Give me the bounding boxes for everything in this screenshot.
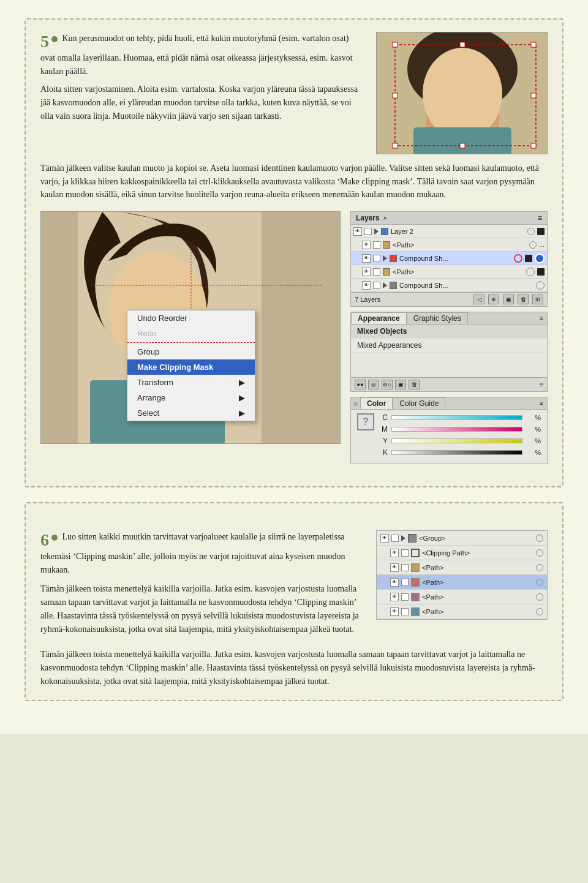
- color-pct-y: %: [526, 437, 541, 445]
- path1-circle: [529, 241, 537, 249]
- color-l6path2: [411, 578, 420, 587]
- expand-layer2[interactable]: [374, 228, 379, 235]
- layers-title: Layers: [356, 214, 380, 222]
- ctx-arrange[interactable]: Arrange ▶: [127, 390, 255, 405]
- ctx-select[interactable]: Select ▶: [127, 405, 255, 421]
- context-menu: Undo Reorder Redo Group Make Clipping Ma…: [127, 310, 255, 421]
- ctx-redo: Redo: [127, 326, 255, 341]
- layer-row-compound1: 👁 Compound Sh...: [351, 252, 547, 265]
- compound1-square: [525, 255, 532, 262]
- ctx-make-clipping[interactable]: Make Clipping Mask: [127, 359, 255, 375]
- tab-graphic-styles[interactable]: Graphic Styles: [407, 312, 468, 324]
- color-label-m: M: [379, 425, 388, 434]
- layers-titlebar: Layers × ≡: [351, 212, 547, 225]
- app-btn-ring[interactable]: ⊕○: [382, 380, 393, 389]
- eye-group[interactable]: 👁: [380, 534, 389, 543]
- l6path1-name: <Path>: [422, 564, 533, 571]
- color-slider-k[interactable]: [391, 450, 522, 455]
- ctx-transform[interactable]: Transform ▶: [127, 375, 255, 390]
- step6-dot: [51, 535, 58, 541]
- expand-compound2[interactable]: [383, 282, 387, 288]
- color-label-y: Y: [379, 437, 388, 445]
- lock-l6path1: [401, 564, 409, 571]
- color-clipping: [411, 549, 420, 557]
- group-circle: [536, 535, 543, 542]
- svg-rect-10: [531, 143, 536, 148]
- lock-icon-layer2: [364, 228, 372, 235]
- appearance-menu[interactable]: ≡: [536, 315, 547, 321]
- step5-heading: 5 Kun perusmuodot on tehty, pidä huoli, …: [40, 32, 364, 78]
- ctx-group[interactable]: Group: [127, 344, 255, 359]
- eye-l6path2[interactable]: 👁: [390, 578, 399, 587]
- ctx-undo[interactable]: Undo Reorder: [127, 310, 255, 326]
- step5-para1: Kun perusmuodot on tehty, pidä huoli, et…: [40, 34, 353, 76]
- color-row-c: C %: [379, 413, 541, 422]
- lock-compound1: [373, 255, 380, 262]
- l6path3-circle: [536, 593, 543, 601]
- step5-para3: Tämän jälkeen valitse kaulan muoto ja ko…: [40, 162, 548, 201]
- path2-square: [537, 268, 545, 276]
- appearance-mixed-objects: Mixed Objects: [351, 325, 547, 339]
- color-pct-c: %: [526, 414, 541, 421]
- eye-l6path1[interactable]: 👁: [390, 563, 399, 572]
- section6-layers: 👁 <Group> 👁 <Clipping Path>: [376, 530, 548, 641]
- layers-close[interactable]: ×: [383, 215, 387, 222]
- eye-clipping[interactable]: 👁: [390, 549, 399, 557]
- tab-color[interactable]: Color: [360, 397, 393, 409]
- color-menu[interactable]: ≡: [536, 400, 547, 407]
- app-menu[interactable]: ≡: [540, 381, 543, 388]
- ctx-select-arrow: ▶: [239, 408, 245, 418]
- path1-name: <Path>: [393, 241, 527, 249]
- layer-row-layer2: 👁 Layer 2: [351, 225, 547, 238]
- color-compound2: [390, 282, 397, 289]
- color-slider-m[interactable]: [391, 427, 522, 432]
- layers-footer: 7 Layers ◁ ⊕ ▣ 🗑 ⊞: [351, 292, 547, 306]
- step6-heading: 6 Luo sitten kaikki muutkin tarvittavat …: [40, 530, 364, 576]
- ctx-arrange-arrow: ▶: [239, 393, 245, 402]
- eye-icon-compound1[interactable]: 👁: [362, 254, 371, 263]
- ctx-separator: [127, 342, 255, 343]
- app-btn-fx[interactable]: ●●: [355, 380, 366, 389]
- lock-clipping: [401, 549, 409, 557]
- layers-btn-add[interactable]: ⊕: [488, 295, 499, 304]
- eye-icon-path2[interactable]: 👁: [362, 268, 371, 276]
- color-slider-y[interactable]: [391, 438, 522, 443]
- eye-icon-layer2[interactable]: 👁: [353, 227, 362, 236]
- expand-group[interactable]: [401, 535, 405, 541]
- color-slider-c[interactable]: [391, 415, 522, 420]
- color-layer2: [381, 228, 388, 235]
- layers-menu-icon[interactable]: ≡: [538, 214, 542, 222]
- app-btn-grid[interactable]: ▣: [395, 380, 406, 389]
- svg-rect-4: [413, 127, 511, 154]
- tab-color-guide[interactable]: Color Guide: [393, 397, 445, 409]
- compound2-circle: [536, 281, 545, 290]
- l6path3-name: <Path>: [422, 593, 533, 601]
- layers-btn-grid[interactable]: ▣: [503, 295, 514, 304]
- layer2-circle: [527, 228, 535, 235]
- expand-compound1[interactable]: [383, 255, 387, 261]
- eye-icon-path1[interactable]: 👁: [362, 241, 371, 249]
- app-btn-trash[interactable]: 🗑: [409, 380, 420, 389]
- color-compound1: [390, 255, 397, 262]
- color-l6path1: [411, 563, 420, 572]
- layers-btn-more[interactable]: ⊞: [532, 295, 543, 304]
- path1-dot[interactable]: …: [539, 242, 545, 248]
- section5-top: 5 Kun perusmuodot on tehty, pidä huoli, …: [40, 32, 548, 154]
- color-pct-m: %: [526, 426, 541, 433]
- compound1-circle-outer: [514, 254, 522, 263]
- svg-rect-12: [393, 143, 398, 148]
- clipping-circle: [536, 549, 543, 557]
- eye-l6path4[interactable]: 👁: [390, 607, 399, 616]
- eye-l6path3[interactable]: 👁: [390, 593, 399, 601]
- layers-btn-back[interactable]: ◁: [473, 295, 484, 304]
- color-l6path3: [411, 593, 420, 601]
- app-btn-circle[interactable]: ◎: [368, 380, 379, 389]
- eye-icon-compound2[interactable]: 👁: [362, 281, 371, 290]
- layers6-panel: 👁 <Group> 👁 <Clipping Path>: [376, 530, 548, 620]
- step6-para2: Tämän jälkeen toista menettelyä kaikilla…: [40, 582, 364, 636]
- tab-appearance[interactable]: Appearance: [351, 312, 407, 324]
- color-row-k: K %: [379, 448, 541, 457]
- layers-btn-trash[interactable]: 🗑: [518, 295, 529, 304]
- lock-l6path3: [401, 593, 409, 601]
- l6path1-circle: [536, 564, 543, 571]
